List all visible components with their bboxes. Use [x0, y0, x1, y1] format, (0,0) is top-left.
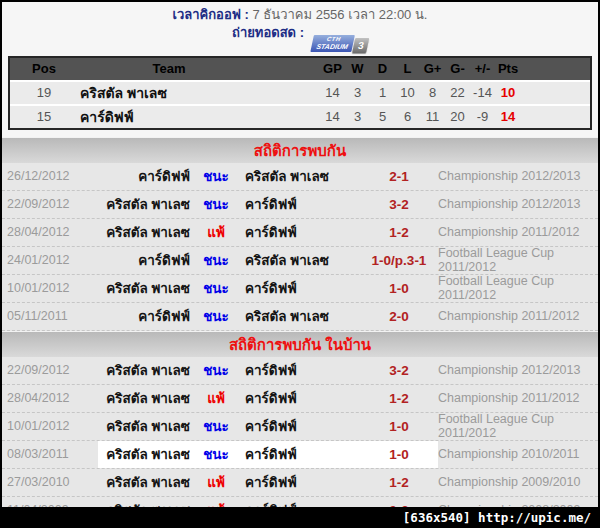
- match-team-left: คริสตัล พาเลซ: [98, 359, 190, 381]
- match-score: 2-0: [360, 309, 438, 324]
- match-team-right: คาร์ดิฟฟ์: [242, 221, 360, 243]
- col-header-gf: G+: [420, 61, 445, 76]
- goals-for: 8: [420, 85, 445, 100]
- match-score: 1-0: [360, 419, 438, 434]
- match-result: ชนะ: [190, 277, 242, 299]
- match-score: 1-2: [360, 475, 438, 490]
- head-to-head-section: สถิติการพบกัน 26/12/2012 คาร์ดิฟฟ์ ชนะ ค…: [2, 137, 598, 331]
- head-to-head-section: สถิติการพบกัน ในบ้าน 22/09/2012 คริสตัล …: [2, 331, 598, 507]
- goal-diff: -9: [470, 109, 495, 124]
- match-date: 22/09/2012: [2, 363, 98, 377]
- match-date: 10/01/2012: [2, 419, 98, 433]
- match-row: 22/09/2012 คริสตัล พาเลซ ชนะ คาร์ดิฟฟ์ 3…: [2, 191, 598, 219]
- match-result: แพ้: [190, 471, 242, 493]
- match-score: 1-2: [360, 225, 438, 240]
- page: เวลาคิกออฟ : 7 ธันวาคม 2556 เวลา 22:00 น…: [0, 0, 600, 528]
- match-date: 27/03/2010: [2, 475, 98, 489]
- match-date: 05/11/2011: [2, 309, 98, 323]
- match-date: 10/01/2012: [2, 281, 98, 295]
- match-team-left: คริสตัล พาเลซ: [98, 387, 190, 409]
- match-row: 28/04/2012 คริสตัล พาเลซ แพ้ คาร์ดิฟฟ์ 1…: [2, 385, 598, 413]
- match-team-right: คาร์ดิฟฟ์: [242, 415, 360, 437]
- col-header-pos: Pos: [10, 61, 78, 76]
- main-content: เวลาคิกออฟ : 7 ธันวาคม 2556 เวลา 22:00 น…: [2, 2, 598, 507]
- match-team-right: คาร์ดิฟฟ์: [242, 277, 360, 299]
- match-competition: Football League Cup 2011/2012: [438, 274, 598, 302]
- match-team-right: คริสตัล พาเลซ: [242, 249, 360, 271]
- cth-badge-number: 3: [352, 38, 369, 53]
- kickoff-value: 7 ธันวาคม 2556 เวลา 22:00 น.: [253, 7, 428, 22]
- goal-diff: -14: [470, 85, 495, 100]
- match-team-left: คริสตัล พาเลซ: [98, 441, 190, 468]
- match-team-right: คาร์ดิฟฟ์: [242, 359, 360, 381]
- col-header-d: D: [370, 61, 395, 76]
- cth-badge-line1: CTH: [326, 36, 341, 43]
- losses: 6: [395, 109, 420, 124]
- section-title: สถิติการพบกัน: [2, 137, 598, 163]
- match-team-left: คริสตัล พาเลซ: [98, 499, 190, 507]
- match-result: แพ้: [190, 387, 242, 409]
- match-team-right: คาร์ดิฟฟ์: [242, 499, 360, 507]
- match-team-left: คริสตัล พาเลซ: [98, 415, 190, 437]
- match-row: 22/09/2012 คริสตัล พาเลซ ชนะ คาร์ดิฟฟ์ 3…: [2, 357, 598, 385]
- match-result: ชนะ: [190, 359, 242, 381]
- match-row: 11/04/2009 คริสตัล พาเลซ แพ้ คาร์ดิฟฟ์ 0…: [2, 497, 598, 507]
- match-team-left: คริสตัล พาเลซ: [98, 471, 190, 493]
- wins: 3: [345, 109, 370, 124]
- standings-table: Pos Team GP W D L G+ G- +/- Pts 19 คริสต…: [8, 56, 592, 130]
- match-row: 10/01/2012 คริสตัล พาเลซ ชนะ คาร์ดิฟฟ์ 1…: [2, 275, 598, 303]
- match-score: 1-0: [360, 281, 438, 296]
- match-team-left: คริสตัล พาเลซ: [98, 277, 190, 299]
- broadcast-label: ถ่ายทอดสด :: [232, 25, 304, 40]
- match-date: 22/09/2012: [2, 197, 98, 211]
- games-played: 14: [320, 85, 345, 100]
- kickoff-line: เวลาคิกออฟ : 7 ธันวาคม 2556 เวลา 22:00 น…: [2, 6, 598, 24]
- match-team-right: คาร์ดิฟฟ์: [242, 441, 360, 468]
- team-name: คริสตัล พาเลซ: [78, 82, 320, 104]
- watermark-text: [636x540] http://upic.me/: [403, 510, 591, 525]
- col-header-team: Team: [78, 61, 320, 76]
- match-team-right: คาร์ดิฟฟ์: [242, 471, 360, 493]
- col-header-ga: G-: [445, 61, 470, 76]
- match-team-left: คริสตัล พาเลซ: [98, 221, 190, 243]
- games-played: 14: [320, 109, 345, 124]
- draws: 1: [370, 85, 395, 100]
- team-name: คาร์ดิฟฟ์: [78, 106, 320, 128]
- standings-row: 15 คาร์ดิฟฟ์ 14 3 5 6 11 20 -9 14: [10, 104, 590, 128]
- match-row: 08/03/2011 คริสตัล พาเลซ ชนะ คาร์ดิฟฟ์ 1…: [2, 441, 598, 469]
- match-date: 08/03/2011: [2, 447, 98, 461]
- standings-body: 19 คริสตัล พาเลซ 14 3 1 10 8 22 -14 10 1…: [10, 80, 590, 128]
- match-row: 24/01/2012 คาร์ดิฟฟ์ ชนะ คริสตัล พาเลซ 1…: [2, 247, 598, 275]
- section-title: สถิติการพบกัน ในบ้าน: [2, 331, 598, 357]
- match-score: 1-0/p.3-1: [360, 253, 438, 268]
- watermark-bar: [636x540] http://upic.me/: [2, 507, 598, 528]
- match-team-left: คาร์ดิฟฟ์: [98, 249, 190, 271]
- match-date: 28/04/2012: [2, 391, 98, 405]
- match-competition: Championship 2012/2013: [438, 363, 598, 377]
- col-header-pts: Pts: [495, 61, 521, 76]
- match-row: 28/04/2012 คริสตัล พาเลซ แพ้ คาร์ดิฟฟ์ 1…: [2, 219, 598, 247]
- standings-row: 19 คริสตัล พาเลซ 14 3 1 10 8 22 -14 10: [10, 80, 590, 104]
- goals-for: 11: [420, 109, 445, 124]
- match-team-right: คริสตัล พาเลซ: [242, 305, 360, 327]
- match-team-right: คาร์ดิฟฟ์: [242, 193, 360, 215]
- standings-header-row: Pos Team GP W D L G+ G- +/- Pts: [10, 58, 590, 80]
- match-competition: Championship 2012/2013: [438, 169, 598, 183]
- col-header-gp: GP: [320, 61, 345, 76]
- match-result: ชนะ: [190, 415, 242, 437]
- kickoff-label: เวลาคิกออฟ :: [173, 7, 249, 22]
- match-date: 26/12/2012: [2, 169, 98, 183]
- sections: สถิติการพบกัน 26/12/2012 คาร์ดิฟฟ์ ชนะ ค…: [2, 137, 598, 507]
- section-rows: 26/12/2012 คาร์ดิฟฟ์ ชนะ คริสตัล พาเลซ 2…: [2, 163, 598, 331]
- col-header-w: W: [345, 61, 370, 76]
- match-date: 24/01/2012: [2, 253, 98, 267]
- col-header-l: L: [395, 61, 420, 76]
- match-score: 3-2: [360, 363, 438, 378]
- wins: 3: [345, 85, 370, 100]
- col-header-diff: +/-: [470, 61, 495, 76]
- match-result: ชนะ: [190, 305, 242, 327]
- section-rows: 22/09/2012 คริสตัล พาเลซ ชนะ คาร์ดิฟฟ์ 3…: [2, 357, 598, 507]
- match-result: ชนะ: [190, 193, 242, 215]
- goals-against: 20: [445, 109, 470, 124]
- cth-badge-line2: STADIUM: [315, 43, 348, 51]
